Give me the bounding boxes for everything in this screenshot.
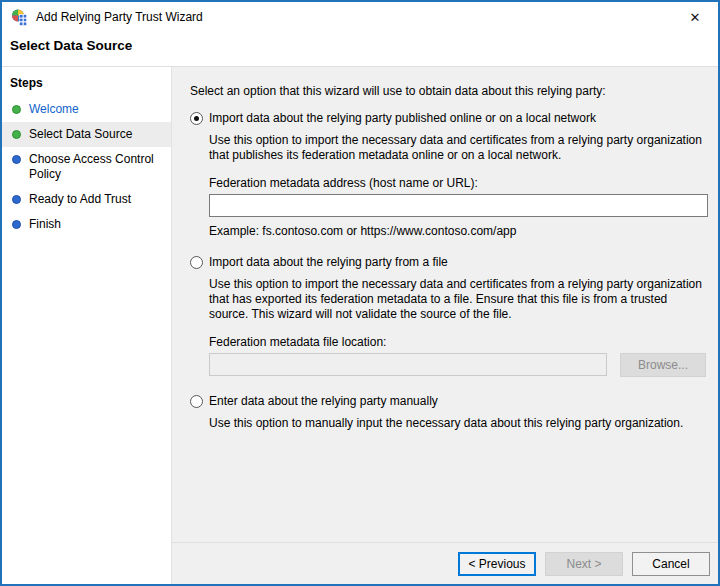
option-description: Use this option to manually input the ne… xyxy=(209,416,706,431)
step-done-bullet-icon xyxy=(12,130,21,139)
sidebar-item-finish: Finish xyxy=(2,212,171,237)
step-label: Select Data Source xyxy=(29,127,132,142)
radio-selected-icon[interactable] xyxy=(190,112,203,125)
metadata-file-input xyxy=(209,353,607,376)
step-label: Ready to Add Trust xyxy=(29,192,131,207)
option-description: Use this option to import the necessary … xyxy=(209,133,706,163)
sidebar-item-welcome[interactable]: Welcome xyxy=(2,97,171,122)
step-done-bullet-icon xyxy=(12,105,21,114)
wizard-content: Select an option that this wizard will u… xyxy=(172,67,718,542)
radio-unselected-icon[interactable] xyxy=(190,395,203,408)
sidebar-item-choose-access-control-policy: Choose Access Control Policy xyxy=(2,147,171,187)
cancel-button[interactable]: Cancel xyxy=(632,552,710,576)
close-icon[interactable]: ✕ xyxy=(682,5,708,29)
title-bar: Add Relying Party Trust Wizard ✕ xyxy=(2,2,718,32)
radio-option-enter-manually[interactable]: Enter data about the relying party manua… xyxy=(190,394,706,408)
step-label: Welcome xyxy=(29,102,79,117)
step-label: Finish xyxy=(29,217,61,232)
steps-panel: Steps Welcome Select Data Source Choose … xyxy=(2,67,172,584)
steps-title: Steps xyxy=(2,76,171,97)
wizard-window: Add Relying Party Trust Wizard ✕ Select … xyxy=(0,0,720,586)
radio-unselected-icon[interactable] xyxy=(190,256,203,269)
app-icon xyxy=(11,8,29,26)
step-todo-bullet-icon xyxy=(12,155,21,164)
browse-button: Browse... xyxy=(620,353,706,377)
next-button: Next > xyxy=(545,552,623,576)
radio-label[interactable]: Import data about the relying party from… xyxy=(209,255,448,269)
intro-text: Select an option that this wizard will u… xyxy=(190,84,706,98)
metadata-address-label: Federation metadata address (host name o… xyxy=(209,176,706,190)
radio-option-import-file[interactable]: Import data about the relying party from… xyxy=(190,255,706,269)
radio-label[interactable]: Import data about the relying party publ… xyxy=(209,111,596,125)
step-todo-bullet-icon xyxy=(12,195,21,204)
metadata-address-input[interactable] xyxy=(209,194,708,217)
window-title: Add Relying Party Trust Wizard xyxy=(36,10,203,24)
example-text: Example: fs.contoso.com or https://www.c… xyxy=(209,224,706,238)
step-label: Choose Access Control Policy xyxy=(29,152,163,182)
previous-button[interactable]: < Previous xyxy=(458,552,536,576)
step-todo-bullet-icon xyxy=(12,220,21,229)
radio-label[interactable]: Enter data about the relying party manua… xyxy=(209,394,438,408)
option-description: Use this option to import the necessary … xyxy=(209,277,706,322)
radio-option-import-online[interactable]: Import data about the relying party publ… xyxy=(190,111,706,125)
page-header: Select Data Source xyxy=(2,32,718,66)
sidebar-item-ready-to-add-trust: Ready to Add Trust xyxy=(2,187,171,212)
sidebar-item-select-data-source[interactable]: Select Data Source xyxy=(2,122,171,147)
page-title: Select Data Source xyxy=(10,38,708,53)
metadata-file-label: Federation metadata file location: xyxy=(209,335,706,349)
wizard-button-bar: < Previous Next > Cancel xyxy=(172,542,718,584)
